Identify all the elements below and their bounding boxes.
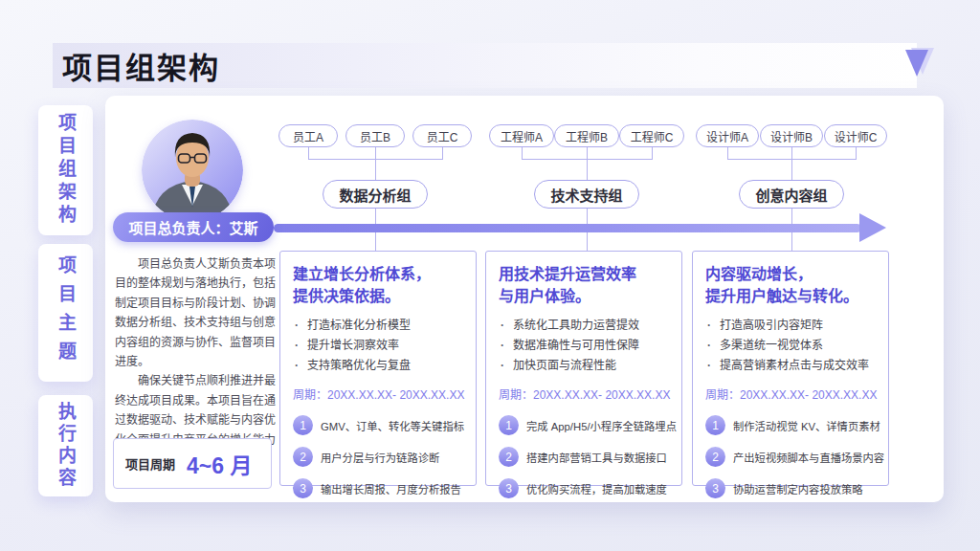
step-number-badge: 3 — [293, 478, 313, 498]
group-pill-creative-content: 创意内容组 — [739, 180, 844, 209]
header: 项目组架构 — [53, 43, 917, 88]
triangle-down-icon — [900, 46, 938, 80]
bullet-item: 打造高吸引内容矩阵 — [705, 316, 878, 336]
bullet-text: 打造高吸引内容矩阵 — [720, 316, 823, 336]
bullet-dot-icon — [499, 356, 513, 376]
sidebar-item-structure[interactable]: 项目组架构 — [38, 105, 93, 235]
member-pill: 工程师A — [489, 124, 554, 147]
sidebar-item-execution[interactable]: 执行内容 — [38, 395, 93, 496]
bullet-text: 提升增长洞察效率 — [307, 336, 399, 356]
bullet-item: 支持策略优化与复盘 — [293, 356, 465, 376]
detail-card-tech-support: 用技术提升运营效率 与用户体验。 系统化工具助力运营提效 数据准确性与可用性保障… — [485, 251, 682, 486]
member-pill: 员工A — [278, 124, 338, 147]
step-number-badge: 3 — [705, 478, 725, 498]
timeline-arrow-head-icon — [859, 213, 886, 242]
step-list: 1制作活动视觉 KV、详情页素材 2产出短视频脚本与直播场景内容 3协助运营制定… — [705, 415, 878, 498]
card-title-line: 提升用户触达与转化。 — [705, 285, 878, 307]
connector-line — [587, 147, 588, 159]
step-text: 用户分层与行为链路诊断 — [321, 450, 439, 465]
member-pill: 员工B — [345, 124, 405, 147]
bullet-list: 系统化工具助力运营提效 数据准确性与可用性保障 加快页面与流程性能 — [499, 316, 671, 376]
step-number-badge: 2 — [499, 447, 519, 467]
detail-card-creative-content: 内容驱动增长， 提升用户触达与转化。 打造高吸引内容矩阵 多渠道统一视觉体系 提… — [692, 251, 889, 486]
connector-line — [375, 147, 376, 159]
person-photo-icon — [142, 120, 243, 221]
card-title: 内容驱动增长， 提升用户触达与转化。 — [705, 263, 878, 307]
step-number-badge: 2 — [705, 447, 725, 467]
description-paragraph: 项目总负责人艾斯负责本项目的整体规划与落地执行，包括制定项目目标与阶段计划、协调… — [115, 254, 276, 371]
bullet-text: 系统化工具助力运营提效 — [513, 316, 639, 336]
member-pill: 员工C — [412, 124, 472, 147]
step-list: 1完成 App/H5/小程序全链路埋点 2搭建内部营销工具与数据接口 3优化购买… — [499, 415, 671, 498]
bullet-list: 打造高吸引内容矩阵 多渠道统一视觉体系 提高营销素材点击与成交效率 — [705, 316, 878, 376]
step-item: 2用户分层与行为链路诊断 — [293, 447, 465, 467]
sidebar-item-label: 项目主题 — [53, 255, 78, 370]
bullet-dot-icon — [705, 316, 720, 336]
period-label: 周期： — [705, 388, 740, 402]
card-title-line: 与用户体验。 — [499, 285, 671, 307]
step-text: 协助运营制定内容投放策略 — [733, 481, 863, 496]
sidebar-item-label: 执行内容 — [53, 402, 78, 490]
bullet-list: 打造标准化分析模型 提升增长洞察效率 支持策略优化与复盘 — [293, 316, 465, 376]
step-item: 3协助运营制定内容投放策略 — [705, 478, 878, 498]
connector-line — [727, 147, 728, 159]
card-title: 用技术提升运营效率 与用户体验。 — [499, 263, 671, 307]
period-line: 周期：20XX.XX.XX- 20XX.XX.XX — [293, 386, 465, 402]
main-card: 员工A 员工B 员工C 工程师A 工程师B 工程师C 设计师A 设计师B 设计师… — [105, 96, 944, 502]
slide: 项目组架构 项目组架构 项目主题 执行内容 — [0, 0, 980, 551]
step-text: 完成 App/H5/小程序全链路埋点 — [526, 418, 677, 433]
bullet-item: 提高营销素材点击与成交效率 — [705, 356, 878, 376]
step-item: 2搭建内部营销工具与数据接口 — [499, 447, 671, 467]
detail-card-data-analysis: 建立增长分析体系， 提供决策依据。 打造标准化分析模型 提升增长洞察效率 支持策… — [279, 251, 477, 486]
bullet-dot-icon — [293, 316, 307, 336]
card-title-line: 建立增长分析体系， — [293, 263, 465, 285]
card-title-line: 用技术提升运营效率 — [499, 263, 671, 285]
page-title: 项目组架构 — [53, 44, 220, 87]
connector-line — [375, 159, 376, 180]
bullet-text: 支持策略优化与复盘 — [307, 356, 411, 376]
sidebar-item-label: 项目组架构 — [53, 113, 78, 228]
connector-line — [442, 147, 443, 159]
step-text: GMV、订单、转化等关键指标 — [321, 418, 464, 433]
connector-line — [308, 147, 309, 159]
period-value: 20XX.XX.XX- 20XX.XX.XX — [740, 388, 877, 402]
bullet-text: 多渠道统一视觉体系 — [720, 336, 823, 356]
sidebar-item-theme[interactable]: 项目主题 — [38, 244, 93, 382]
step-text: 产出短视频脚本与直播场景内容 — [733, 450, 884, 465]
bullet-text: 加快页面与流程性能 — [513, 356, 616, 376]
bullet-text: 提高营销素材点击与成交效率 — [720, 356, 869, 376]
connector-line — [791, 159, 792, 180]
cycle-label: 项目周期 — [125, 454, 175, 473]
bullet-item: 多渠道统一视觉体系 — [705, 336, 878, 356]
leader-avatar — [142, 120, 243, 221]
connector-line — [652, 147, 653, 159]
bullet-item: 打造标准化分析模型 — [293, 316, 465, 336]
connector-line — [522, 147, 523, 159]
step-text: 搭建内部营销工具与数据接口 — [526, 450, 667, 465]
bullet-dot-icon — [499, 316, 513, 336]
bullet-item: 数据准确性与可用性保障 — [499, 336, 671, 356]
step-text: 优化购买流程，提高加载速度 — [526, 481, 667, 496]
period-value: 20XX.XX.XX- 20XX.XX.XX — [533, 388, 670, 402]
step-item: 1完成 App/H5/小程序全链路埋点 — [499, 415, 671, 435]
step-item: 1GMV、订单、转化等关键指标 — [293, 415, 465, 435]
step-text: 制作活动视觉 KV、详情页素材 — [733, 418, 880, 433]
step-number-badge: 1 — [293, 415, 313, 435]
step-list: 1GMV、订单、转化等关键指标 2用户分层与行为链路诊断 3输出增长周报、月度分… — [293, 415, 465, 498]
card-title: 建立增长分析体系， 提供决策依据。 — [293, 263, 465, 307]
group-pill-tech-support: 技术支持组 — [534, 180, 639, 209]
bullet-dot-icon — [705, 336, 720, 356]
bullet-dot-icon — [705, 356, 720, 376]
bullet-dot-icon — [293, 336, 307, 356]
bullet-item: 提升增长洞察效率 — [293, 336, 465, 356]
step-number-badge: 2 — [293, 447, 313, 467]
bullet-item: 加快页面与流程性能 — [499, 356, 671, 376]
member-pill: 设计师B — [760, 124, 823, 147]
leader-badge: 项目总负责人：艾斯 — [113, 212, 274, 242]
group-pill-data-analysis: 数据分析组 — [323, 180, 428, 209]
period-label: 周期： — [499, 388, 533, 402]
step-text: 输出增长周报、月度分析报告 — [321, 481, 461, 496]
cycle-value: 4~6 月 — [187, 448, 252, 480]
bullet-dot-icon — [499, 336, 513, 356]
period-line: 周期：20XX.XX.XX- 20XX.XX.XX — [705, 386, 878, 402]
